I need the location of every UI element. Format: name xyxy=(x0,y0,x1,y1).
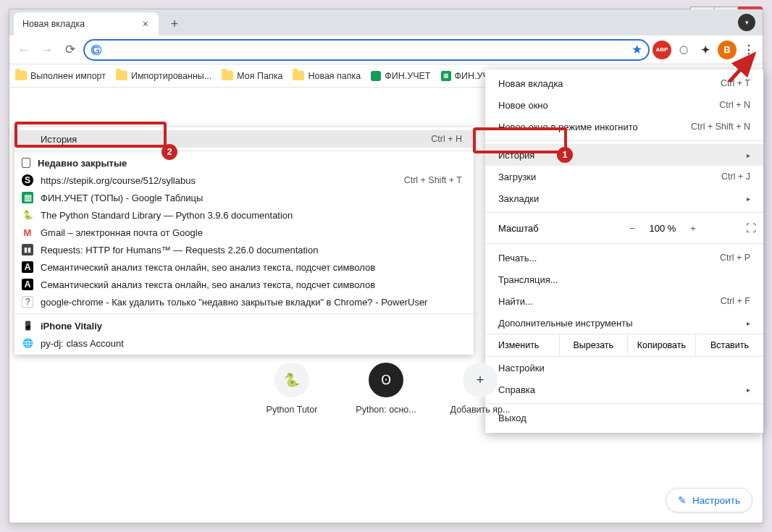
chevron-right-icon: ▸ xyxy=(747,151,750,159)
annotation-badge: 1 xyxy=(557,147,573,163)
shield-icon xyxy=(371,71,381,81)
bookmark-item[interactable]: ФИН.УЧЕТ xyxy=(371,71,430,81)
fullscreen-icon[interactable]: ⛶ xyxy=(746,222,756,234)
extension-abp-icon[interactable]: ABP xyxy=(653,41,671,59)
history-submenu: История Ctrl + H Недавно закрытые S http… xyxy=(14,127,474,355)
chevron-right-icon: ▸ xyxy=(747,319,750,327)
history-item[interactable]: AСемантический анализ текста онлайн, seo… xyxy=(14,258,474,276)
menu-print[interactable]: Печать...Ctrl + P xyxy=(485,247,763,269)
favicon-icon: S xyxy=(22,174,33,186)
favicon-icon: 🐍 xyxy=(22,209,33,221)
extensions-puzzle-icon[interactable]: ✦ xyxy=(696,41,715,59)
address-input[interactable] xyxy=(104,44,627,56)
shortcut-label: Ctrl + H xyxy=(431,134,462,144)
tab-close-icon[interactable]: × xyxy=(140,17,151,31)
tile-icon: 🐍 xyxy=(274,363,309,397)
history-item[interactable]: ▮▮Requests: HTTP for Humans™ — Requests … xyxy=(14,241,474,258)
chrome-window: — ▭ ✕ Новая вкладка × + ← → ⟳ G ★ ABP ◯ … xyxy=(9,9,763,523)
menu-incognito[interactable]: Новое окно в режиме инкогнитоCtrl + Shif… xyxy=(485,116,763,138)
new-tab-button[interactable]: + xyxy=(164,14,185,34)
plus-icon: + xyxy=(463,363,498,397)
customize-button[interactable]: ✎ Настроить xyxy=(666,488,752,512)
history-item[interactable]: ▦ФИН.УЧЕТ (ТОПы) - Google Таблицы xyxy=(14,189,474,206)
history-item[interactable]: S https://stepik.org/course/512/syllabus… xyxy=(14,172,474,189)
history-item[interactable]: 🐍The Python Standard Library — Python 3.… xyxy=(14,206,474,224)
folder-icon xyxy=(116,71,127,80)
tab-active[interactable]: Новая вкладка × xyxy=(14,12,159,35)
shortcut-label: Ctrl + Shift + T xyxy=(404,175,462,185)
history-item[interactable]: MGmail – электронная почта от Google xyxy=(14,224,474,241)
submenu-recent-header: Недавно закрытые xyxy=(14,154,474,172)
extension-shield-icon[interactable]: ◯ xyxy=(674,41,693,59)
phone-icon: 📱 xyxy=(22,320,33,332)
shortcut-tile[interactable]: ʘ Python: осно... xyxy=(350,363,422,415)
menu-downloads[interactable]: ЗагрузкиCtrl + J xyxy=(485,166,763,187)
synced-device-header: 📱iPhone Vitaliy xyxy=(14,317,474,334)
page-content: История Ctrl + H Недавно закрытые S http… xyxy=(9,88,763,523)
history-item[interactable]: ?google-chrome - Как удалить только "нед… xyxy=(14,293,474,311)
reload-button[interactable]: ⟳ xyxy=(60,40,80,60)
forward-button[interactable]: → xyxy=(37,40,57,60)
chevron-right-icon: ▸ xyxy=(747,195,750,203)
menu-copy[interactable]: Копировать xyxy=(627,334,695,356)
menu-new-window[interactable]: Новое окноCtrl + N xyxy=(485,94,763,116)
profile-avatar[interactable]: B xyxy=(718,41,737,59)
folder-icon xyxy=(222,71,233,80)
zoom-in-button[interactable]: + xyxy=(682,223,704,234)
favicon-icon: 🌐 xyxy=(22,337,33,349)
bookmark-folder[interactable]: Моя Папка xyxy=(222,71,282,81)
folder-icon xyxy=(15,71,27,80)
toolbar: ← → ⟳ G ★ ABP ◯ ✦ B ⋮ xyxy=(9,35,763,64)
favicon-icon: A xyxy=(22,261,33,273)
bookmark-folder[interactable]: Выполнен импорт xyxy=(15,71,106,81)
favicon-icon: ▦ xyxy=(22,192,33,203)
menu-bookmarks[interactable]: Закладки▸ xyxy=(485,187,763,209)
annotation-badge: 2 xyxy=(161,144,177,160)
menu-edit-row: Изменить Вырезать Копировать Вставить xyxy=(485,334,763,357)
pencil-icon: ✎ xyxy=(678,494,687,506)
zoom-value: 100 % xyxy=(643,223,682,234)
folder-icon xyxy=(293,71,304,80)
page-icon xyxy=(22,158,30,168)
history-item[interactable]: AСемантический анализ текста онлайн, seo… xyxy=(14,276,474,293)
favicon-icon: M xyxy=(22,227,33,238)
menu-cast[interactable]: Трансляция... xyxy=(485,269,763,290)
main-menu-button[interactable]: ⋮ xyxy=(739,41,758,59)
bookmark-folder[interactable]: Новая папка xyxy=(293,71,361,81)
favicon-icon: ▮▮ xyxy=(22,244,33,256)
bookmark-star-icon[interactable]: ★ xyxy=(632,42,642,57)
tab-strip: Новая вкладка × + xyxy=(9,9,763,35)
menu-new-tab[interactable]: Новая вкладкаCtrl + T xyxy=(485,72,763,94)
omnibox[interactable]: G ★ xyxy=(83,39,650,61)
favicon-icon: A xyxy=(22,279,33,290)
back-button[interactable]: ← xyxy=(14,40,34,60)
menu-history[interactable]: История▸ xyxy=(485,144,763,166)
zoom-out-button[interactable]: − xyxy=(621,223,643,234)
tile-icon: ʘ xyxy=(369,363,403,397)
shortcut-tile[interactable]: 🐍 Python Tutor xyxy=(256,363,328,415)
favicon-icon: ? xyxy=(22,296,33,308)
history-item[interactable]: 🌐py-dj: class Account xyxy=(14,334,474,352)
google-g-icon: G xyxy=(92,44,100,56)
menu-paste[interactable]: Вставить xyxy=(695,334,763,356)
menu-zoom: Масштаб − 100 % + ⛶ xyxy=(485,216,763,240)
tab-title: Новая вкладка xyxy=(22,19,85,29)
menu-find[interactable]: Найти...Ctrl + F xyxy=(485,290,763,312)
add-shortcut-tile[interactable]: + Добавить яр... xyxy=(444,363,516,415)
edit-label: Изменить xyxy=(485,334,559,356)
menu-more-tools[interactable]: Дополнительные инструменты▸ xyxy=(485,312,763,334)
menu-cut[interactable]: Вырезать xyxy=(559,334,627,356)
sheets-icon: ▦ xyxy=(441,71,451,81)
bookmark-folder[interactable]: Импортированны... xyxy=(116,71,211,81)
submenu-history[interactable]: История Ctrl + H xyxy=(14,130,474,148)
ntp-shortcuts: 🐍 Python Tutor ʘ Python: осно... + Добав… xyxy=(9,363,763,415)
user-switcher[interactable] xyxy=(738,14,755,31)
